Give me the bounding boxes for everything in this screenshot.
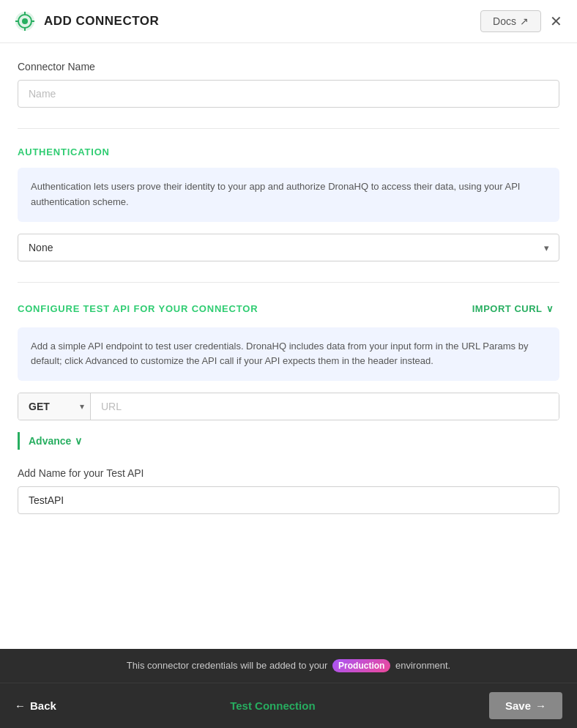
import-curl-button[interactable]: IMPORT CURL ∨ [466,300,559,317]
authentication-heading: AUTHENTICATION [18,146,559,157]
method-select-wrapper: GET POST PUT DELETE PATCH ▾ [18,393,91,420]
advance-button[interactable]: Advance ∨ [18,432,82,450]
test-api-name-label: Add Name for your Test API [18,467,559,479]
page-title: ADD CONNECTOR [44,14,159,29]
external-link-icon: ↗ [520,15,529,27]
svg-point-2 [22,18,28,24]
authentication-info: Authentication lets users prove their id… [18,168,559,222]
test-connection-button[interactable]: Test Connection [230,699,315,712]
method-select[interactable]: GET POST PUT DELETE PATCH [18,393,90,420]
configure-heading: CONFIGURE TEST API FOR YOUR CONNECTOR [18,303,258,314]
footer: This connector credentials will be added… [0,649,577,728]
connector-name-input[interactable] [18,80,559,108]
divider-2 [18,282,559,283]
test-api-name-input[interactable] [18,486,559,514]
header-right: Docs ↗ ✕ [480,10,562,32]
auth-select[interactable]: None Basic Auth OAuth2 API Key [18,234,559,261]
docs-button[interactable]: Docs ↗ [480,10,541,32]
authentication-section: AUTHENTICATION Authentication lets users… [18,146,559,261]
back-button[interactable]: ← Back [15,699,56,712]
footer-notice: This connector credentials will be added… [0,649,577,683]
configure-info: Add a simple API endpoint to test user c… [18,327,559,382]
configure-section: CONFIGURE TEST API FOR YOUR CONNECTOR IM… [18,300,559,515]
advance-chevron-icon: ∨ [75,435,82,447]
connector-name-section: Connector Name [18,61,559,108]
auth-select-wrapper: None Basic Auth OAuth2 API Key ▾ [18,234,559,261]
content: Connector Name AUTHENTICATION Authentica… [0,43,577,623]
header-left: ADD CONNECTOR [15,11,159,31]
header: ADD CONNECTOR Docs ↗ ✕ [0,0,577,43]
import-curl-chevron-icon: ∨ [546,303,554,314]
url-input[interactable] [91,393,559,420]
divider-1 [18,128,559,129]
production-badge: Production [332,659,390,672]
logo-icon [15,11,35,31]
save-button[interactable]: Save → [489,692,562,719]
connector-name-label: Connector Name [18,61,559,73]
save-arrow-icon: → [535,699,546,712]
back-arrow-icon: ← [15,699,26,712]
close-button[interactable]: ✕ [550,14,562,29]
url-row: GET POST PUT DELETE PATCH ▾ [18,393,559,420]
footer-actions: ← Back Test Connection Save → [0,683,577,728]
configure-header: CONFIGURE TEST API FOR YOUR CONNECTOR IM… [18,300,559,317]
